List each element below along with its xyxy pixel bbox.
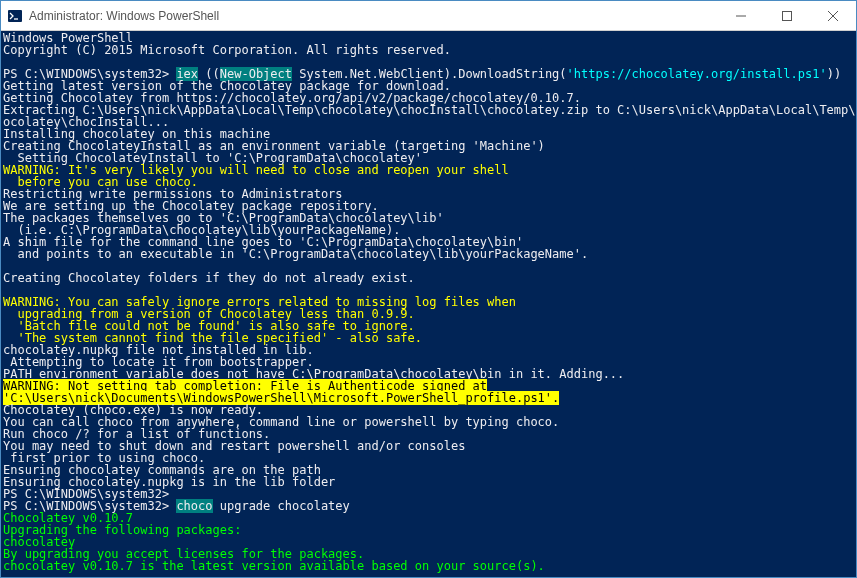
- titlebar[interactable]: Administrator: Windows PowerShell: [1, 1, 856, 31]
- terminal-line: chocolatey v0.10.7 is the latest version…: [3, 560, 854, 572]
- powershell-window: Administrator: Windows PowerShell Window…: [0, 0, 857, 578]
- terminal-text: chocolatey v0.10.7 is the latest version…: [3, 559, 545, 573]
- terminal-line: Copyright (C) 2015 Microsoft Corporation…: [3, 44, 854, 56]
- terminal-text: Creating Chocolatey folders if they do n…: [3, 271, 415, 285]
- window-title: Administrator: Windows PowerShell: [29, 9, 718, 23]
- terminal-text: upgrade chocolatey: [213, 499, 350, 513]
- terminal-text: Copyright (C) 2015 Microsoft Corporation…: [3, 43, 451, 57]
- terminal-output[interactable]: Windows PowerShellCopyright (C) 2015 Mic…: [1, 31, 856, 577]
- close-button[interactable]: [810, 1, 856, 30]
- terminal-text: and points to an executable in 'C:\Progr…: [3, 247, 588, 261]
- svg-rect-3: [783, 11, 792, 20]
- terminal-line: Upgrading the following packages:: [3, 524, 854, 536]
- terminal-text: 'https://chocolatey.org/install.ps1': [567, 67, 827, 81]
- powershell-icon: [7, 8, 23, 24]
- terminal-line: and points to an executable in 'C:\Progr…: [3, 248, 854, 260]
- minimize-button[interactable]: [718, 1, 764, 30]
- terminal-line: Creating Chocolatey folders if they do n…: [3, 272, 854, 284]
- titlebar-controls: [718, 1, 856, 30]
- maximize-button[interactable]: [764, 1, 810, 30]
- svg-rect-0: [8, 10, 22, 22]
- terminal-text: choco: [176, 499, 212, 513]
- terminal-text: )): [827, 67, 841, 81]
